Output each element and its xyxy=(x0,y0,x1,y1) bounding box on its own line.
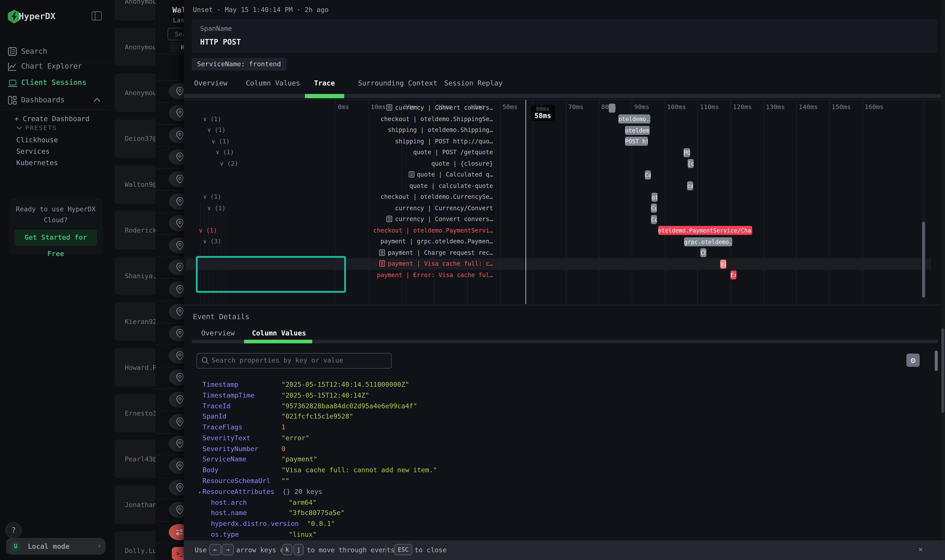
chevron-up-icon[interactable] xyxy=(94,98,101,103)
tab-session-replay[interactable]: Session Replay xyxy=(444,79,503,88)
property-search-input[interactable]: Search properties by key or value xyxy=(196,353,392,369)
trace-row[interactable]: ∨ (1)checkout | oteldemo.PaymentServi… xyxy=(184,225,921,236)
trace-row[interactable]: ∨ (1)currency | Currency/Convert xyxy=(184,203,921,214)
log-marker[interactable]: Convert xyxy=(651,215,657,224)
trace-row[interactable]: quote | Calculated q… xyxy=(184,169,921,181)
sidebar-item-dashboards[interactable]: Dashboards xyxy=(21,96,65,104)
session-card[interactable]: Jonathan.B xyxy=(115,485,156,524)
tab-column-values[interactable]: Column Values xyxy=(246,79,300,88)
location-pin-button[interactable] xyxy=(169,414,184,430)
expand-chevron[interactable]: ∨ (2) xyxy=(220,160,238,167)
location-pin-button[interactable] xyxy=(169,457,184,474)
location-pin-button[interactable] xyxy=(169,149,184,165)
trace-row[interactable]: currency | Convert convers… xyxy=(184,214,921,225)
session-search-input[interactable]: Sea xyxy=(168,28,184,40)
trace-row[interactable]: quote | calculate-quote xyxy=(184,181,921,192)
trace-row[interactable]: ∨ (1)quote | POST /getquote xyxy=(184,147,921,158)
location-pin-button[interactable] xyxy=(169,215,184,231)
help-button[interactable]: ? xyxy=(5,522,22,538)
collapse-toggle-icon[interactable]: ▾ xyxy=(198,489,201,495)
location-pin-button[interactable] xyxy=(169,480,184,496)
expand-chevron[interactable]: ∨ (1) xyxy=(203,115,221,122)
trace-row[interactable]: ∨ (3)payment | grpc.oteldemo.Paymen… xyxy=(184,236,921,248)
navigation-event-button[interactable] xyxy=(169,524,184,540)
sidebar-item-kubernetes[interactable]: Kubernetes xyxy=(16,158,58,167)
expand-chevron[interactable]: ∨ (1) xyxy=(207,127,225,133)
location-pin-button[interactable] xyxy=(169,105,184,121)
expand-chevron[interactable]: ∨ (1) xyxy=(211,138,230,145)
expand-chevron[interactable]: ∨ (1) xyxy=(207,205,225,211)
location-pin-button[interactable] xyxy=(169,369,184,386)
span-bar[interactable]: calculate-quote xyxy=(687,182,693,191)
session-card[interactable]: Howard.Run xyxy=(115,348,156,387)
span-bar[interactable]: POST /getquote xyxy=(684,148,690,157)
location-pin-button[interactable] xyxy=(169,127,184,143)
span-bar[interactable]: oteldemo.C xyxy=(651,192,657,202)
session-card[interactable]: Roderick_S xyxy=(115,211,156,249)
sidebar-item-search[interactable]: Search xyxy=(21,47,47,55)
local-mode-menu[interactable]: U Local mode › xyxy=(6,538,105,555)
properties-scrollbar[interactable] xyxy=(934,349,939,537)
location-pin-button[interactable] xyxy=(169,83,184,99)
tab-overview[interactable]: Overview xyxy=(194,79,227,88)
trace-row[interactable]: ∨ (1)checkout | oteldemo.CurrencySe… xyxy=(184,192,921,203)
session-card[interactable]: Anonymous xyxy=(115,0,156,20)
get-started-button[interactable]: Get Started for Free xyxy=(15,229,97,246)
log-marker[interactable]: Calculated xyxy=(645,170,651,179)
gear-icon[interactable]: ⚙ xyxy=(906,354,920,367)
chevron-down-icon[interactable] xyxy=(16,126,22,130)
span-bar[interactable]: grpc.oteldemo. xyxy=(684,237,732,246)
expand-chevron[interactable]: ∨ (1) xyxy=(199,227,217,234)
session-card[interactable]: Deion37@gm xyxy=(115,119,156,158)
trace-row[interactable]: ∨ (2)quote | {closure} xyxy=(184,158,921,169)
sidebar-item-services[interactable]: Services xyxy=(16,147,49,155)
expand-chevron[interactable]: ∨ (1) xyxy=(203,194,221,200)
session-card[interactable]: Dolly.Lubo xyxy=(115,531,156,560)
session-card[interactable]: Shaniya.Sc xyxy=(115,257,156,295)
log-marker[interactable]: Charge xyxy=(700,248,706,257)
tab-ed-overview[interactable]: Overview xyxy=(201,329,234,337)
location-pin-button[interactable] xyxy=(169,303,184,320)
span-bar[interactable]: oteldemo.S xyxy=(625,126,650,135)
modal-scrollbar[interactable] xyxy=(941,0,945,560)
log-marker[interactable]: Visa xyxy=(720,260,726,269)
expand-chevron[interactable]: ∨ (3) xyxy=(203,238,221,245)
session-card[interactable]: Pearl43@ho xyxy=(115,440,156,478)
sidebar-item-clickhouse[interactable]: Clickhouse xyxy=(16,135,58,144)
span-bar[interactable]: oteldemo.PaymentService/Char xyxy=(658,226,752,235)
location-pin-button[interactable] xyxy=(169,281,184,297)
location-pin-button[interactable] xyxy=(169,193,184,209)
location-pin-button[interactable] xyxy=(169,259,184,275)
location-pin-button[interactable] xyxy=(169,502,184,518)
close-icon[interactable]: ✕ xyxy=(919,545,923,554)
session-card[interactable]: Walton9@ho xyxy=(115,165,156,204)
location-pin-button[interactable] xyxy=(169,171,184,187)
session-filter-chip[interactable]: H xyxy=(170,42,184,52)
session-card[interactable]: Anonymous xyxy=(115,74,156,112)
tab-ed-column-values[interactable]: Column Values xyxy=(252,329,306,337)
trace-scrollbar[interactable] xyxy=(922,100,926,304)
span-bar[interactable]: {closure} xyxy=(688,159,693,168)
span-bar[interactable]: Currency/ xyxy=(651,204,657,213)
trace-row[interactable]: ∨ (1)shipping | oteldemo.Shipping… xyxy=(184,125,921,136)
tab-surrounding-context[interactable]: Surrounding Context xyxy=(358,79,437,88)
location-pin-button[interactable] xyxy=(169,435,184,452)
span-bar[interactable]: POST htt xyxy=(625,137,648,146)
sidebar-item-client-sessions[interactable]: Client Sessions xyxy=(21,78,86,87)
log-marker[interactable] xyxy=(609,103,615,112)
create-dashboard-button[interactable]: + Create Dashboard xyxy=(15,114,89,123)
collapse-sidebar-icon[interactable] xyxy=(91,11,102,20)
trace-row[interactable]: ∨ (1)shipping | POST http://quo… xyxy=(184,136,921,147)
location-pin-button[interactable] xyxy=(169,391,184,408)
session-card[interactable]: Ernesto33@ xyxy=(115,394,156,432)
service-name-badge[interactable]: ServiceName: frontend xyxy=(191,58,286,70)
console-error-button[interactable]: >_ xyxy=(172,547,184,560)
location-pin-button[interactable] xyxy=(169,237,184,254)
log-marker[interactable]: Error xyxy=(731,271,737,280)
location-pin-button[interactable] xyxy=(169,348,184,364)
session-card[interactable]: Kieran92@h xyxy=(115,302,156,341)
tab-trace[interactable]: Trace xyxy=(314,79,335,88)
location-pin-button[interactable] xyxy=(169,325,184,342)
expand-chevron[interactable]: ∨ (1) xyxy=(216,149,234,155)
session-card[interactable]: Anonymous xyxy=(115,28,156,66)
